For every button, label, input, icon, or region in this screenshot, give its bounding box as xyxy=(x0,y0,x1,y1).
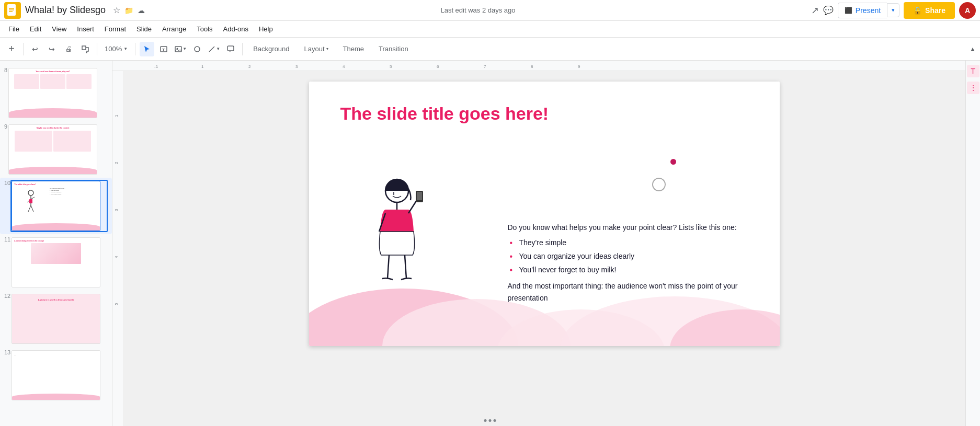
app-icon xyxy=(4,2,21,19)
vertical-ruler: 1 2 3 4 5 xyxy=(112,71,123,426)
svg-point-39 xyxy=(497,309,665,346)
slide-thumb-13[interactable]: ... xyxy=(10,349,108,401)
share-button[interactable]: 🔒 Share xyxy=(904,2,955,19)
slide-canvas[interactable]: The slide title goes here! xyxy=(309,82,780,346)
add-button[interactable]: + xyxy=(4,42,19,56)
line-tool[interactable]: ▼ xyxy=(207,42,221,56)
chat-icon: 💬 xyxy=(823,5,834,15)
trend-icon: ↗ xyxy=(811,5,819,16)
cursor-tool[interactable] xyxy=(140,42,154,56)
slide-thumb-8[interactable]: You could use three columns, why not? xyxy=(7,67,108,119)
canvas-with-ruler: 1 2 3 4 5 The slide title goes here! xyxy=(112,71,965,426)
present-main-button[interactable]: ⬛ Present xyxy=(838,3,887,18)
svg-line-49 xyxy=(388,255,389,279)
menu-item-tools[interactable]: Tools xyxy=(192,23,216,35)
top-bar: Whala! by Slidesgo ☆ 📁 ☁ Last edit was 2… xyxy=(0,0,980,21)
zoom-level: 100% xyxy=(105,45,122,53)
folder-icon[interactable]: 📁 xyxy=(124,6,133,15)
text-tool[interactable]: T xyxy=(156,42,171,56)
slide-thumb-12[interactable]: A picture is worth a thousand words xyxy=(10,293,108,345)
svg-line-11 xyxy=(209,47,214,52)
paint-format-button[interactable] xyxy=(78,42,93,56)
svg-text:9: 9 xyxy=(578,64,580,69)
transition-button[interactable]: Transition xyxy=(372,43,415,55)
lock-icon: 🔒 xyxy=(913,6,922,15)
slide-item-10[interactable]: 10 The slide title goes here! xyxy=(0,178,112,234)
menu-item-file[interactable]: File xyxy=(4,23,24,35)
layout-button[interactable]: Layout ▾ xyxy=(298,43,335,55)
slide-number-13: 13 xyxy=(4,349,10,355)
menu-item-help[interactable]: Help xyxy=(255,23,277,35)
menu-item-slide[interactable]: Slide xyxy=(132,23,156,35)
present-arrow-button[interactable]: ▾ xyxy=(887,3,899,17)
canvas-area[interactable]: The slide title goes here! xyxy=(123,71,965,426)
slide-thumb-9[interactable]: Maybe you need to divide the content xyxy=(7,123,108,176)
svg-rect-20 xyxy=(112,61,965,71)
slide-bullet-1: • They're simple xyxy=(508,237,759,249)
svg-text:8: 8 xyxy=(531,64,533,69)
comment-button[interactable] xyxy=(223,42,238,56)
menu-item-edit[interactable]: Edit xyxy=(26,23,45,35)
print-button[interactable]: 🖨 xyxy=(61,42,76,56)
svg-text:5: 5 xyxy=(390,64,392,69)
svg-marker-1 xyxy=(16,4,18,6)
slide-number-12: 12 xyxy=(4,293,10,299)
svg-text:1: 1 xyxy=(201,64,204,69)
collapse-toolbar-button[interactable]: ▲ xyxy=(970,45,976,53)
slide-title[interactable]: The slide title goes here! xyxy=(340,103,549,124)
svg-rect-5 xyxy=(82,46,86,50)
right-panel: T ⋮ xyxy=(965,61,980,426)
svg-line-17 xyxy=(28,205,31,212)
svg-line-50 xyxy=(405,255,406,279)
slide-item-13[interactable]: 13 ... xyxy=(0,347,112,404)
slide-item-11[interactable]: 11 A picture always reinforces the conce… xyxy=(0,234,112,291)
svg-text:6: 6 xyxy=(437,64,439,69)
redo-button[interactable]: ↪ xyxy=(44,42,59,56)
svg-text:3: 3 xyxy=(114,209,119,211)
slide-number-11: 11 xyxy=(4,236,10,243)
slide-thumb-11[interactable]: A picture always reinforces the concept xyxy=(10,236,108,289)
svg-rect-8 xyxy=(175,47,181,52)
shapes-tool[interactable] xyxy=(190,42,204,56)
zoom-dropdown-icon: ▼ xyxy=(123,47,128,51)
cloud-icon[interactable]: ☁ xyxy=(138,6,145,15)
decorative-dot-small xyxy=(670,159,676,165)
svg-text:2: 2 xyxy=(248,64,251,69)
undo-button[interactable]: ↩ xyxy=(28,42,42,56)
svg-point-41 xyxy=(670,309,780,346)
slide-item-9[interactable]: 9 Maybe you need to divide the content xyxy=(0,121,112,178)
svg-line-18 xyxy=(31,205,33,212)
svg-text:1: 1 xyxy=(114,114,119,117)
svg-line-16 xyxy=(31,197,35,199)
dot-2 xyxy=(489,419,492,422)
person-illustration xyxy=(355,166,439,304)
menu-item-addons[interactable]: Add-ons xyxy=(219,23,253,35)
image-tool[interactable]: ▼ xyxy=(173,42,188,56)
theme-button[interactable]: Theme xyxy=(337,43,370,55)
svg-text:-1: -1 xyxy=(154,64,158,69)
right-panel-icon-2[interactable]: ⋮ xyxy=(967,82,979,94)
slide-bullet-3: • You'll never forget to buy milk! xyxy=(508,264,759,276)
background-button[interactable]: Background xyxy=(247,43,295,55)
slide-body[interactable]: Do you know what helps you make your poi… xyxy=(508,222,759,305)
present-button-group[interactable]: ⬛ Present ▾ xyxy=(838,3,899,18)
slide-thumb-10[interactable]: The slide title goes here! xyxy=(10,180,108,232)
present-label: Present xyxy=(856,6,881,15)
slide-item-12[interactable]: 12 A picture is worth a thousand words xyxy=(0,291,112,347)
menu-item-view[interactable]: View xyxy=(48,23,71,35)
slide-number-10: 10 xyxy=(4,180,10,186)
avatar[interactable]: A xyxy=(959,2,976,19)
right-panel-icon-1[interactable]: T xyxy=(967,65,979,77)
menu-item-insert[interactable]: Insert xyxy=(73,23,98,35)
slide-bullet-2: • You can organize your ideas clearly xyxy=(508,250,759,262)
star-icon[interactable]: ☆ xyxy=(113,5,120,15)
slide-item-8[interactable]: 8 You could use three columns, why not? xyxy=(0,65,112,121)
svg-text:7: 7 xyxy=(484,64,486,69)
dot-1 xyxy=(484,419,487,422)
zoom-control[interactable]: 100% ▼ xyxy=(101,42,131,56)
bottom-dots xyxy=(484,419,496,422)
menu-item-format[interactable]: Format xyxy=(100,23,130,35)
svg-rect-48 xyxy=(417,192,422,200)
menu-item-arrange[interactable]: Arrange xyxy=(158,23,190,35)
svg-rect-19 xyxy=(29,199,32,203)
